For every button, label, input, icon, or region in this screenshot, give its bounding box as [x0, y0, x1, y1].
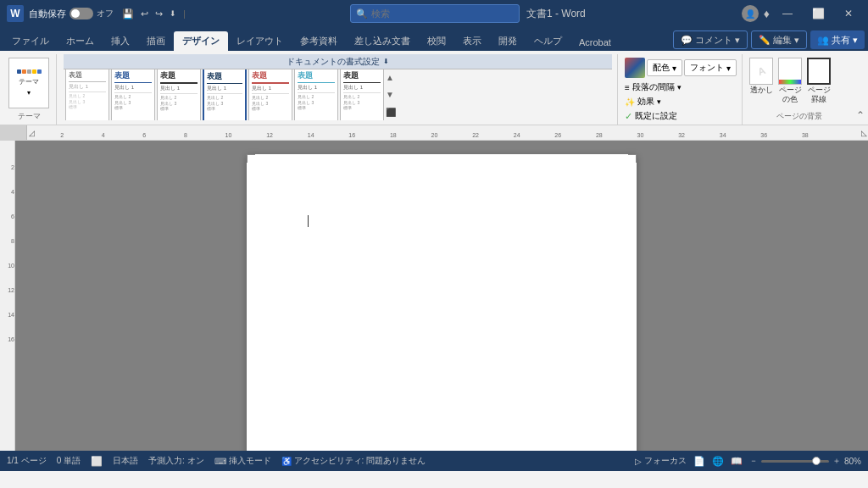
- watermark-button[interactable]: A 透かし: [749, 58, 773, 95]
- ruler-marks-area: 2 4 6 8 10 12 14 16 18 20 22 24 26 28 30…: [36, 125, 860, 140]
- restore-button[interactable]: ⬜: [805, 0, 831, 27]
- undo-icon[interactable]: ↩: [141, 8, 148, 19]
- zoom-plus-icon[interactable]: ＋: [832, 455, 841, 467]
- set-default-row[interactable]: ✓ 既定に設定: [625, 110, 682, 122]
- words-label: 0 単語: [57, 455, 81, 467]
- watermark-label: 透かし: [750, 86, 773, 95]
- tab-mailings[interactable]: 差し込み文書: [346, 31, 419, 51]
- theme-dropdown-icon: ▾: [27, 89, 31, 97]
- style-3-active[interactable]: 表題 見出し 1 見出し 2見出し 3標準: [203, 69, 247, 120]
- theme-button[interactable]: テーマ ▾: [8, 58, 49, 108]
- doc-canvas[interactable]: [15, 141, 868, 451]
- autosave-toggle[interactable]: [70, 8, 93, 19]
- view-mode-print[interactable]: 📄: [693, 456, 705, 467]
- expand-gallery-icon[interactable]: ⬛: [386, 108, 396, 117]
- zoom-thumb[interactable]: [812, 457, 821, 465]
- doc-format-bar[interactable]: ドキュメントの書式設定 ⬇: [64, 54, 612, 69]
- document-page[interactable]: [247, 154, 637, 451]
- share-button[interactable]: 👥 共有 ▾: [810, 30, 865, 49]
- app-icon: W: [7, 5, 24, 22]
- tab-draw[interactable]: 描画: [138, 31, 174, 51]
- tab-design[interactable]: デザイン: [174, 31, 228, 51]
- theme-colors: [17, 69, 42, 74]
- tab-help[interactable]: ヘルプ: [526, 31, 570, 51]
- accessibility-status[interactable]: ♿ アクセシビリティ: 問題ありません: [281, 455, 426, 467]
- expand-icon: ⬇: [383, 58, 389, 65]
- focus-status[interactable]: ▷ フォーカス: [635, 455, 687, 467]
- vruler-2: 2: [11, 164, 14, 170]
- effects-row[interactable]: ✨ 効果 ▾: [625, 96, 682, 108]
- themes-section: テーマ ▾ テーマ: [3, 54, 57, 125]
- style-4[interactable]: 表題 見出し 1 見出し 2見出し 3標準: [248, 69, 292, 120]
- styles-gallery: 表題 見出し 1 見出し 2見出し 3標準 表題 見出し 1 見出し 2見出し …: [64, 69, 612, 120]
- themes-label: テーマ: [8, 111, 49, 125]
- tab-file[interactable]: ファイル: [3, 31, 58, 51]
- search-input[interactable]: [371, 8, 498, 19]
- style-1[interactable]: 表題 見出し 1 見出し 2見出し 3標準: [111, 69, 155, 120]
- edit-button[interactable]: ✏️ 編集 ▾: [751, 30, 807, 49]
- zoom-slider[interactable]: － ＋ 80%: [749, 455, 861, 467]
- dropdown-icon: ▾: [853, 35, 858, 46]
- language-status[interactable]: 日本語: [113, 455, 138, 467]
- autosave-label: 自動保存: [29, 8, 66, 20]
- search-box[interactable]: 🔍: [350, 4, 520, 23]
- title-bar: W 自動保存 オフ 💾 ↩ ↪ ⬇ | 🔍 文書1 - Word 👤 ♦ — ⬜…: [0, 0, 868, 27]
- style-default[interactable]: 表題 見出し 1 見出し 2見出し 3標準: [65, 69, 109, 120]
- vruler-12: 12: [8, 287, 14, 293]
- prediction-status[interactable]: 予測入力: オン: [148, 455, 204, 467]
- vruler-14: 14: [8, 312, 14, 318]
- page-color-icon: [778, 58, 802, 85]
- document-area: 2 4 6 8 10 12 14 16: [0, 141, 868, 451]
- scroll-up-icon[interactable]: ▲: [386, 73, 396, 82]
- tab-insert[interactable]: 挿入: [103, 31, 138, 51]
- close-button[interactable]: ✕: [836, 0, 861, 27]
- style-5[interactable]: 表題 見出し 1 見出し 2見出し 3標準: [294, 69, 338, 120]
- colors-fonts-section: 配色 ▾ フォント ▾ ≡ 段落の間隔 ▾ ✨ 効果 ▾: [620, 54, 743, 125]
- page-border-button[interactable]: ページ罫線: [807, 58, 831, 104]
- insert-mode-status[interactable]: ⌨ 挿入モード: [214, 455, 271, 467]
- pages-label: 1/1 ページ: [7, 455, 47, 467]
- quick-access-toolbar: 💾 ↩ ↪ ⬇ |: [120, 8, 187, 19]
- para-spacing-row[interactable]: ≡ 段落の間隔 ▾: [625, 81, 682, 93]
- page-background-section: A 透かし ページの色 ページ罫線 ページの背景: [744, 54, 854, 125]
- comment-icon: 💬: [681, 35, 693, 46]
- zoom-track[interactable]: [761, 460, 829, 463]
- status-right: ▷ フォーカス 📄 🌐 📖 － ＋ 80%: [635, 455, 861, 467]
- view-mode-read[interactable]: 📖: [731, 456, 743, 467]
- view-mode-web[interactable]: 🌐: [712, 456, 724, 467]
- page-content[interactable]: [247, 154, 637, 451]
- zoom-percent[interactable]: 80%: [844, 457, 861, 466]
- autosave-state: オフ: [97, 8, 114, 19]
- color-button[interactable]: 配色 ▾: [647, 59, 682, 76]
- ribbon-content: テーマ ▾ テーマ ドキュメントの書式設定 ⬇ 表題 見出し 1 見出し 2見出: [0, 51, 868, 125]
- share-icon: 👥: [817, 35, 829, 46]
- minimize-button[interactable]: —: [775, 0, 800, 27]
- style-6[interactable]: 表題 見出し 1 見出し 2見出し 3標準: [340, 69, 384, 120]
- ribbon-collapse-icon[interactable]: ⌃: [856, 109, 865, 121]
- vruler-16: 16: [8, 336, 14, 342]
- effects-icon: ✨: [625, 97, 635, 107]
- user-avatar[interactable]: 👤: [742, 5, 759, 22]
- tab-view[interactable]: 表示: [454, 31, 490, 51]
- words-status[interactable]: 0 単語: [57, 455, 81, 467]
- zoom-minus-icon[interactable]: －: [749, 455, 758, 467]
- page-color-button[interactable]: ページの色: [778, 58, 802, 104]
- pages-status[interactable]: 1/1 ページ: [7, 455, 47, 467]
- tab-acrobat[interactable]: Acrobat: [570, 34, 620, 51]
- tab-review[interactable]: 校閲: [419, 31, 454, 51]
- tab-layout[interactable]: レイアウト: [228, 31, 292, 51]
- redo-icon[interactable]: ↪: [155, 8, 163, 19]
- vruler-8: 8: [11, 238, 14, 244]
- comment-button[interactable]: 💬 コメント ▾: [673, 30, 748, 49]
- font-button[interactable]: フォント ▾: [684, 59, 737, 76]
- style-2[interactable]: 表題 見出し 1 見出し 2見出し 3標準: [157, 69, 201, 120]
- customize-icon[interactable]: ⬇: [170, 9, 176, 18]
- prediction-label: 予測入力: オン: [148, 455, 204, 467]
- page-border-icon: [807, 58, 831, 85]
- scroll-down-icon[interactable]: ▼: [386, 90, 396, 99]
- tab-home[interactable]: ホーム: [58, 31, 103, 51]
- tab-developer[interactable]: 開発: [490, 31, 526, 51]
- tab-references[interactable]: 参考資料: [292, 31, 346, 51]
- save-icon[interactable]: 💾: [122, 8, 134, 19]
- checkmark-icon: ✓: [625, 111, 632, 122]
